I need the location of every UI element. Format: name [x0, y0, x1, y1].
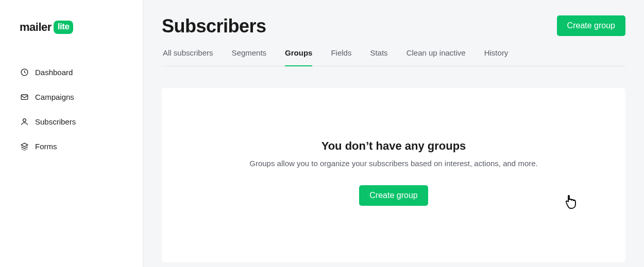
sidebar-item-forms[interactable]: Forms [0, 134, 143, 158]
create-group-button-empty[interactable]: Create group [359, 185, 428, 206]
tab-clean-up-inactive[interactable]: Clean up inactive [406, 43, 466, 66]
empty-state-description: Groups allow you to organize your subscr… [182, 159, 605, 168]
logo-text-mailer: mailer [20, 21, 52, 34]
sidebar: mailer lite Dashboard Campaigns Subscrib… [0, 0, 143, 267]
sidebar-item-label: Campaigns [35, 93, 74, 101]
sidebar-nav: Dashboard Campaigns Subscribers Forms [0, 60, 143, 158]
tab-stats[interactable]: Stats [370, 43, 387, 66]
svg-point-2 [23, 118, 26, 121]
tab-segments[interactable]: Segments [232, 43, 267, 66]
tab-fields[interactable]: Fields [331, 43, 351, 66]
sidebar-item-label: Forms [35, 142, 57, 151]
empty-state-title: You don’t have any groups [182, 139, 605, 153]
sidebar-item-label: Subscribers [35, 117, 76, 126]
main-content: Subscribers Create group All subscribers… [143, 0, 644, 267]
tab-groups[interactable]: Groups [285, 43, 312, 66]
logo[interactable]: mailer lite [0, 21, 143, 60]
page-title: Subscribers [162, 15, 266, 37]
user-icon [20, 117, 29, 126]
tabs: All subscribers Segments Groups Fields S… [162, 43, 625, 66]
sidebar-item-label: Dashboard [35, 68, 73, 77]
layers-icon [20, 141, 29, 151]
clock-icon [20, 67, 29, 77]
tab-all-subscribers[interactable]: All subscribers [163, 43, 213, 66]
svg-rect-1 [21, 95, 28, 99]
create-group-button-header[interactable]: Create group [557, 15, 625, 36]
empty-state-card: You don’t have any groups Groups allow y… [162, 88, 625, 262]
sidebar-item-dashboard[interactable]: Dashboard [0, 60, 143, 84]
page-header: Subscribers Create group [162, 15, 625, 37]
tab-history[interactable]: History [484, 43, 509, 66]
sidebar-item-subscribers[interactable]: Subscribers [0, 109, 143, 134]
logo-text-lite: lite [54, 21, 74, 34]
sidebar-item-campaigns[interactable]: Campaigns [0, 84, 143, 109]
envelope-icon [20, 92, 29, 101]
